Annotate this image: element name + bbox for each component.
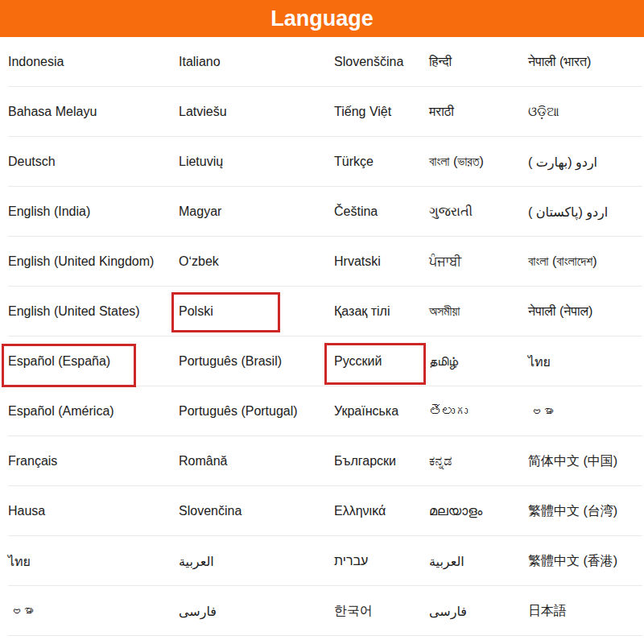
language-item[interactable]: Hausa — [0, 486, 171, 536]
language-row: Français Română Български ಕನ್ನಡ 简体中文 (中国… — [0, 436, 644, 486]
language-item-label: Français — [8, 454, 57, 469]
language-item[interactable]: Lietuvių — [171, 137, 326, 187]
language-grid: Indonesia Italiano Slovenščina हिन्दी ने… — [0, 37, 644, 636]
language-item-label: नेपाली (नेपाल) — [528, 304, 592, 319]
language-row: Bahasa Melayu Latviešu Tiếng Việt मराठी … — [0, 87, 644, 137]
language-item-label: ไทย — [528, 352, 551, 372]
language-item[interactable]: नेपाली (भारत) — [520, 37, 644, 87]
language-item[interactable]: বাংলা (ভারত) — [421, 137, 520, 187]
language-item[interactable]: नेपाली (नेपाल) — [520, 287, 644, 336]
language-item-label: Deutsch — [8, 155, 56, 169]
language-item-label: 繁體中文 (香港) — [528, 553, 617, 570]
language-item-label: Italiano — [179, 55, 221, 69]
language-item[interactable]: Español (América) — [0, 386, 171, 436]
language-item[interactable]: Русский — [326, 336, 421, 386]
language-item[interactable]: Français — [0, 436, 171, 486]
language-item-label: ଓଡ଼ିଆ — [528, 105, 559, 119]
language-item-label: 한국어 — [334, 603, 373, 620]
language-item[interactable]: فارسی — [171, 586, 326, 636]
language-item[interactable]: Čeština — [326, 187, 421, 237]
language-item[interactable]: ဗမာ — [0, 586, 171, 636]
language-item[interactable]: Italiano — [171, 37, 326, 87]
language-item-label: עברית — [334, 554, 368, 568]
language-item[interactable]: 繁體中文 (香港) — [520, 536, 644, 586]
language-item[interactable]: Қазақ тілі — [326, 287, 421, 336]
language-item[interactable]: Deutsch — [0, 137, 171, 187]
language-item[interactable]: ਪੰਜਾਬੀ — [421, 237, 520, 287]
language-item[interactable]: العربية — [171, 536, 326, 586]
language-item[interactable]: Slovenščina — [326, 37, 421, 87]
language-item[interactable]: తెలుగు — [421, 386, 520, 436]
language-item[interactable]: العربية — [421, 536, 520, 586]
language-item-label: Türkçe — [334, 155, 374, 169]
language-item[interactable]: ไทย — [0, 536, 171, 586]
language-item[interactable]: ગુજરાતી — [421, 187, 520, 237]
language-item[interactable]: Українська — [326, 386, 421, 436]
language-item[interactable]: हिन्दी — [421, 37, 520, 87]
language-item[interactable]: فارسی — [421, 586, 520, 636]
language-item-label: Lietuvių — [179, 155, 223, 169]
language-item[interactable]: Español (España) — [0, 336, 171, 386]
language-item-label: Tiếng Việt — [334, 105, 391, 119]
language-item[interactable]: অসমীয়া — [421, 287, 520, 336]
language-item[interactable]: ಕನ್ನಡ — [421, 436, 520, 486]
language-item-label: Slovenščina — [334, 55, 403, 69]
language-item[interactable]: Türkçe — [326, 137, 421, 187]
language-item-label: Português (Portugal) — [179, 404, 298, 419]
language-item[interactable]: עברית — [326, 536, 421, 586]
language-item[interactable]: اردو (پاکستان ) — [520, 187, 644, 237]
language-row: Español (España) Português (Brasil) Русс… — [0, 336, 644, 386]
language-item[interactable]: Hrvatski — [326, 237, 421, 287]
language-item[interactable]: English (India) — [0, 187, 171, 237]
language-item-label: മലയാളം — [429, 504, 482, 518]
language-item[interactable]: Български — [326, 436, 421, 486]
language-item-label: Slovenčina — [179, 504, 242, 518]
language-item[interactable]: മലയാളം — [421, 486, 520, 536]
language-item[interactable]: ဗမာ — [520, 386, 644, 436]
language-row: Deutsch Lietuvių Türkçe বাংলা (ভারত) ارد… — [0, 137, 644, 187]
language-row: Español (América) Português (Portugal) У… — [0, 386, 644, 436]
language-item[interactable]: Ελληνικά — [326, 486, 421, 536]
language-item[interactable]: Tiếng Việt — [326, 87, 421, 137]
page-header: Language — [0, 0, 644, 37]
language-item[interactable]: Oʻzbek — [171, 237, 326, 287]
language-row: English (United States) Polski Қазақ тіл… — [0, 287, 644, 336]
language-row: English (United Kingdom) Oʻzbek Hrvatski… — [0, 237, 644, 287]
language-item[interactable]: Indonesia — [0, 37, 171, 87]
language-settings-page: Language Indonesia Italiano Slovenščina … — [0, 0, 644, 644]
language-item[interactable]: English (United States) — [0, 287, 171, 336]
language-item-label: Português (Brasil) — [179, 354, 282, 369]
language-item[interactable]: 简体中文 (中国) — [520, 436, 644, 486]
language-item[interactable]: मराठी — [421, 87, 520, 137]
language-item-label: فارسی — [429, 604, 467, 619]
language-item[interactable]: Português (Brasil) — [171, 336, 326, 386]
language-item[interactable]: اردو (بھارت ) — [520, 137, 644, 187]
page-title: Language — [270, 0, 374, 37]
language-item-label: मराठी — [429, 105, 454, 119]
language-item[interactable]: 日本語 — [520, 586, 644, 636]
language-item[interactable]: বাংলা (বাংলাদেশ) — [520, 237, 644, 287]
language-item-label: Español (América) — [8, 404, 114, 419]
language-item[interactable]: தமிழ் — [421, 336, 520, 386]
language-item-label: اردو (پاکستان ) — [528, 204, 608, 220]
language-row: ဗမာ فارسی 한국어 فارسی 日本語 — [0, 586, 644, 636]
language-item-label: Čeština — [334, 204, 378, 219]
language-item[interactable]: Slovenčina — [171, 486, 326, 536]
language-item-label: ગુજરાતી — [429, 204, 473, 219]
language-item[interactable]: Bahasa Melayu — [0, 87, 171, 137]
language-item-label: Hausa — [8, 504, 45, 518]
language-item[interactable]: ไทย — [520, 336, 644, 386]
language-item[interactable]: English (United Kingdom) — [0, 237, 171, 287]
language-item-label: اردو (بھارت ) — [528, 155, 597, 170]
language-item[interactable]: 繁體中文 (台湾) — [520, 486, 644, 536]
language-item[interactable]: Magyar — [171, 187, 326, 237]
language-item[interactable]: Português (Portugal) — [171, 386, 326, 436]
language-item-label: Українська — [334, 404, 398, 419]
language-item[interactable]: ଓଡ଼ିଆ — [520, 87, 644, 137]
language-item[interactable]: 한국어 — [326, 586, 421, 636]
language-item-label: Indonesia — [8, 55, 64, 69]
language-item-label: English (India) — [8, 204, 90, 219]
language-item[interactable]: Latviešu — [171, 87, 326, 137]
language-item[interactable]: Polski — [171, 287, 326, 336]
language-item[interactable]: Română — [171, 436, 326, 486]
